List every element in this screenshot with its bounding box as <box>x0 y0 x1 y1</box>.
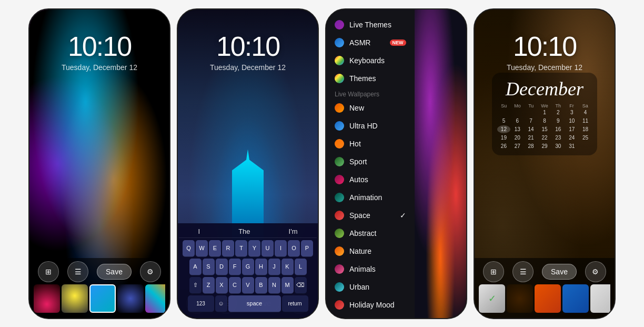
cal-cell-10: 10 <box>565 117 578 125</box>
menu-item-ultrahd[interactable]: Ultra HD <box>326 117 415 135</box>
thumb-4-3[interactable] <box>535 284 561 313</box>
list-icon-btn[interactable]: ☰ <box>67 261 88 282</box>
calendar-month: December <box>497 78 592 100</box>
thumb-4-5[interactable] <box>590 284 610 313</box>
menu-item-hot[interactable]: Hot <box>326 135 415 153</box>
key-w[interactable]: W <box>196 240 208 257</box>
screen4-time-overlay: 10:10 Tuesday, December 12 <box>475 31 615 72</box>
grid-icon-btn[interactable]: ⊞ <box>38 261 59 282</box>
key-d[interactable]: D <box>216 259 228 275</box>
thumb-4-4[interactable] <box>562 284 589 313</box>
cal-header-th: Th <box>551 103 565 108</box>
key-backspace[interactable]: ⌫ <box>295 277 307 294</box>
menu-item-space[interactable]: Space ✓ <box>326 206 415 224</box>
suggestion-3[interactable]: I'm <box>289 227 298 235</box>
key-j[interactable]: J <box>268 259 280 275</box>
dot-ultrahd <box>335 121 344 131</box>
suggestion-1[interactable]: I <box>198 227 200 235</box>
key-emoji[interactable]: ☺ <box>215 295 227 312</box>
menu-label-themes: Themes <box>349 74 376 83</box>
dot-abstract <box>335 229 344 238</box>
menu-item-new[interactable]: New <box>326 99 415 117</box>
calendar-grid: 1 2 3 4 5 6 7 8 9 10 11 12 13 14 15 16 1 <box>497 108 592 150</box>
menu-item-autos[interactable]: Autos <box>326 171 415 189</box>
key-y[interactable]: Y <box>248 240 260 257</box>
cal-cell-6: 6 <box>511 117 524 125</box>
calendar-widget: December Su Mo Tu We Th Fr Sa 1 2 3 <box>492 73 597 155</box>
cal-cell-20: 20 <box>511 134 524 142</box>
save-button-1[interactable]: Save <box>97 264 132 280</box>
key-f[interactable]: F <box>229 259 241 275</box>
key-l[interactable]: L <box>295 259 307 275</box>
key-row-4: 123 ☺ space return <box>179 295 317 312</box>
key-h[interactable]: H <box>255 259 267 275</box>
key-v[interactable]: V <box>242 277 254 294</box>
key-t[interactable]: T <box>235 240 247 257</box>
thumb-4-1[interactable]: ✓ <box>479 284 505 313</box>
dot-hot <box>335 139 344 148</box>
menu-item-animals[interactable]: Animals <box>326 260 415 278</box>
screen1-bg: 10:10 Tuesday, December 12 ⊞ ☰ Save ⚙ <box>29 9 169 318</box>
key-z[interactable]: Z <box>203 277 215 294</box>
gear-icon-btn-4[interactable]: ⚙ <box>585 261 606 282</box>
key-g[interactable]: G <box>242 259 254 275</box>
menu-item-themes[interactable]: Themes <box>326 70 415 87</box>
thumb-1-5[interactable] <box>145 284 165 313</box>
menu-item-holiday[interactable]: Holiday Mood <box>326 296 415 314</box>
grid-icon-btn-4[interactable]: ⊞ <box>483 261 504 282</box>
key-row-2: A S D F G H J K L <box>179 259 317 275</box>
menu-item-asmr[interactable]: ASMR NEW <box>326 34 415 52</box>
save-button-4[interactable]: Save <box>542 264 577 280</box>
date-display-1: Tuesday, December 12 <box>29 63 169 72</box>
cal-cell-21: 21 <box>525 134 538 142</box>
cal-cell-17: 17 <box>565 125 578 133</box>
menu-item-sport[interactable]: Sport <box>326 153 415 171</box>
key-space[interactable]: space <box>228 295 281 312</box>
key-u[interactable]: U <box>261 240 274 257</box>
menu-label-urban: Urban <box>349 283 369 291</box>
menu-item-nature[interactable]: Nature <box>326 242 415 260</box>
key-a[interactable]: A <box>189 259 202 275</box>
menu-item-animation[interactable]: Animation <box>326 189 415 206</box>
key-m[interactable]: M <box>281 277 294 294</box>
cal-header-tu: Tu <box>524 103 538 108</box>
key-q[interactable]: Q <box>183 240 195 257</box>
date-display-4: Tuesday, December 12 <box>475 63 615 72</box>
thumbnails-row-1 <box>34 284 165 314</box>
cal-header-we: We <box>538 103 551 108</box>
key-n[interactable]: N <box>268 277 280 294</box>
screen4-icons-row: ⊞ ☰ Save ⚙ <box>479 261 610 282</box>
menu-label-live-themes: Live Themes <box>349 21 391 29</box>
key-c[interactable]: C <box>229 277 241 294</box>
key-shift[interactable]: ⇧ <box>189 277 202 294</box>
cal-cell-12: 12 <box>497 125 510 133</box>
calendar-header: Su Mo Tu We Th Fr Sa <box>497 103 592 108</box>
suggestion-2[interactable]: The <box>238 227 250 235</box>
thumb-1-4[interactable] <box>117 284 144 313</box>
cal-cell-27: 27 <box>511 142 524 150</box>
menu-item-urban[interactable]: Urban <box>326 278 415 296</box>
right-space-wallpaper <box>415 9 466 318</box>
key-e[interactable]: E <box>209 240 221 257</box>
gear-icon-btn-1[interactable]: ⚙ <box>140 261 161 282</box>
key-s[interactable]: S <box>203 259 215 275</box>
key-return[interactable]: return <box>282 295 308 312</box>
list-icon-btn-4[interactable]: ☰ <box>512 261 534 282</box>
menu-item-live-themes[interactable]: Live Themes <box>326 16 415 34</box>
thumb-1-1[interactable] <box>34 284 60 313</box>
menu-item-keyboards[interactable]: Keyboards <box>326 52 415 70</box>
thumb-1-3[interactable] <box>89 284 116 313</box>
key-i[interactable]: I <box>275 240 287 257</box>
key-b[interactable]: B <box>255 277 267 294</box>
thumb-4-2[interactable] <box>507 284 533 313</box>
key-o[interactable]: O <box>288 240 300 257</box>
thumb-1-2[interactable] <box>62 284 88 313</box>
key-r[interactable]: R <box>222 240 234 257</box>
cal-cell-19: 19 <box>497 134 510 142</box>
menu-item-abstract[interactable]: Abstract <box>326 224 415 242</box>
cal-cell-1: 1 <box>538 108 551 116</box>
key-p[interactable]: P <box>301 240 313 257</box>
key-x[interactable]: X <box>216 277 228 294</box>
key-k[interactable]: K <box>281 259 294 275</box>
key-123[interactable]: 123 <box>188 295 214 312</box>
